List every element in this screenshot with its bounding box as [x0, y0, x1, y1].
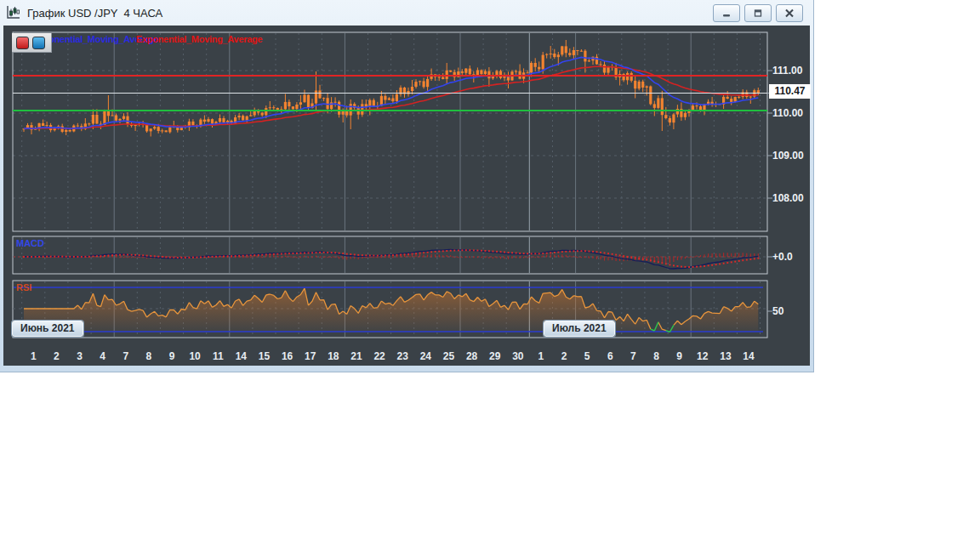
rsi-axis-label: 50 [772, 305, 812, 317]
date-axis-label: 4 [93, 350, 113, 362]
date-axis-label: 29 [485, 350, 505, 362]
legend-ema-slow: Exponential_Moving_Average [136, 34, 262, 44]
rsi-label: RSI [16, 282, 31, 293]
date-axis-label: 30 [508, 350, 528, 362]
date-axis-label: 11 [208, 350, 228, 362]
date-axis-label: 1 [531, 350, 551, 362]
chart-window-icon [5, 4, 22, 21]
restore-button[interactable] [744, 4, 772, 22]
price-axis-label: 109.00 [772, 150, 812, 162]
date-axis-label: 9 [162, 350, 182, 362]
date-axis-label: 7 [623, 350, 643, 362]
date-axis-label: 5 [577, 350, 597, 362]
date-axis-label: 7 [116, 350, 136, 362]
date-axis-label: 18 [323, 350, 344, 362]
chart-toolbar [12, 33, 52, 53]
close-button[interactable] [776, 4, 803, 22]
date-axis-label: 23 [392, 350, 413, 362]
desktop: График USD /JPY 4 ЧАСА Exponential_Movin… [0, 0, 980, 551]
date-axis-label: 16 [277, 350, 298, 362]
toolbar-blue-button[interactable] [32, 37, 45, 49]
price-axis-label: 110.00 [772, 107, 812, 119]
current-price-tag: 110.47 [769, 84, 811, 99]
price-axis-label: 108.00 [772, 192, 812, 204]
date-axis-label: 6 [600, 350, 620, 362]
date-axis-label: 8 [647, 350, 667, 362]
toolbar-red-button[interactable] [16, 37, 29, 49]
chart-plot[interactable] [3, 26, 810, 366]
month-label-july: Июль 2021 [544, 321, 615, 337]
date-axis-label: 28 [462, 350, 482, 362]
date-axis-label: 15 [254, 350, 275, 362]
date-axis-label: 2 [554, 350, 574, 362]
date-axis-label: 12 [692, 350, 713, 362]
date-axis-label: 1 [23, 350, 43, 362]
window-controls [713, 4, 808, 22]
window-title: График USD /JPY 4 ЧАСА [27, 7, 162, 20]
date-axis-label: 22 [369, 350, 390, 362]
minimize-button[interactable] [713, 4, 740, 22]
date-axis-label: 3 [70, 350, 90, 362]
macd-label: MACD [16, 238, 44, 248]
chart-window: График USD /JPY 4 ЧАСА Exponential_Movin… [0, 0, 814, 372]
date-axis-label: 14 [231, 350, 251, 362]
date-axis-label: 2 [46, 350, 66, 362]
month-label-june: Июнь 2021 [12, 321, 83, 337]
date-axis-label: 24 [415, 350, 436, 362]
date-axis-label: 10 [185, 350, 205, 362]
date-axis-label: 25 [438, 350, 459, 362]
macd-axis-label: +0.0 [772, 251, 812, 263]
date-axis-label: 21 [346, 350, 367, 362]
date-axis-label: 9 [669, 350, 690, 362]
date-axis-label: 17 [300, 350, 321, 362]
date-axis-label: 13 [715, 350, 736, 362]
titlebar[interactable]: График USD /JPY 4 ЧАСА [0, 0, 813, 26]
chart-canvas[interactable] [3, 26, 810, 366]
date-axis-label: 14 [738, 350, 759, 362]
date-axis-label: 8 [139, 350, 159, 362]
price-axis-label: 111.00 [772, 65, 812, 77]
